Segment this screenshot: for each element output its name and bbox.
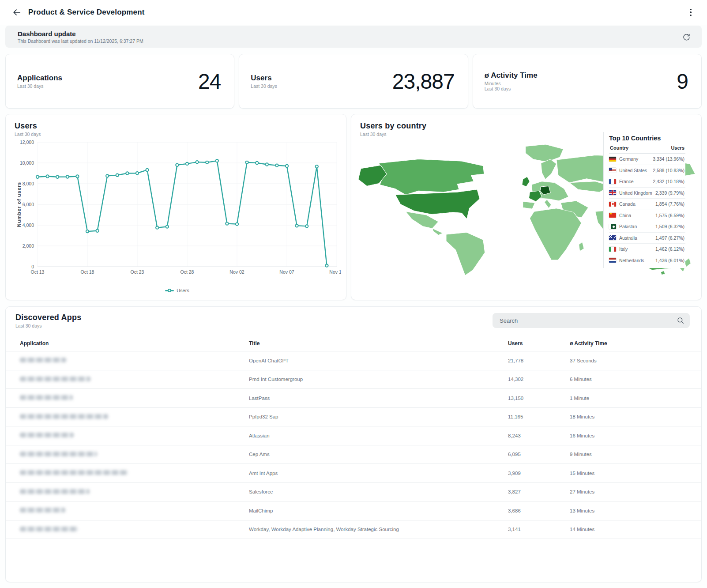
svg-text:Number of users: Number of users [16,182,22,227]
country-users: 1,436 (6.01%) [655,258,685,263]
kpi-sublabel: Minutes [485,81,538,86]
kpi-label: Users [251,74,277,83]
users-by-country-card: Users by country Last 30 days [351,114,702,300]
app-title: LastPass [249,396,508,401]
top-10-row-pk: Pakistan1,509 (6.32%) [609,221,685,233]
banner-subtitle: This Dashboard was last updated on 11/12… [18,38,143,44]
app-activity-time: 1 Minute [570,396,692,401]
legend-swatch-icon [165,290,174,291]
redacted-application-url [20,395,73,400]
country-name: Italy [619,246,628,252]
app-table-row[interactable]: MailChimp3,68613 Minutes [6,501,701,520]
map-italy [545,200,552,208]
country-users: 1,854 (7.76%) [655,201,685,207]
map-scandinavia [541,159,557,180]
map-united-kingdom [522,177,530,187]
map-new-zealand [685,258,691,267]
top-bar: Product & Service Development [0,0,707,25]
app-table-row[interactable]: Ppfpd32 Sap11,16518 Minutes [6,408,701,427]
country-name: Australia [619,235,637,241]
app-users: 3,909 [508,471,570,476]
country-users: 2,432 (10.18%) [653,179,685,184]
refresh-icon [682,33,691,41]
country-users: 1,509 (6.32%) [655,224,685,229]
top-10-row-ca: Canada1,854 (7.76%) [609,199,685,210]
app-activity-time: 13 Minutes [570,508,692,513]
app-activity-time: 18 Minutes [570,414,692,419]
kebab-dot [690,9,692,11]
redacted-application-url [20,358,66,362]
top-10-row-us: United States2,588 (10.83%) [609,165,685,177]
page-title: Product & Service Development [28,8,145,17]
svg-text:Oct 13: Oct 13 [31,269,45,275]
country-name: United Kingdom [619,190,652,196]
app-activity-time: 15 Minutes [570,471,692,476]
map-madagascar [579,242,584,251]
flag-china-icon [609,213,616,218]
app-table-row[interactable]: LastPass13,1501 Minute [6,389,701,408]
app-title: Amt Int Apps [249,471,508,476]
app-title: Salesforce [249,489,508,494]
app-table-row[interactable]: Atlassian8,24316 Minutes [6,426,701,445]
app-title: MailChimp [249,508,508,513]
search-input[interactable] [500,317,677,324]
users-line-chart: Oct 13Oct 18Oct 23Oct 28Nov 02Nov 07Nov … [15,137,341,285]
app-title: Workday, Workday Adaptive Planning, Work… [249,527,508,532]
column-application: Application [20,340,249,347]
kpi-sublabel: Last 30 days [17,83,62,89]
app-table-row[interactable]: Salesforce3,82727 Minutes [6,483,701,502]
country-users: 1,575 (6.59%) [655,213,685,218]
discovered-apps-card: Discovered Apps Last 30 days Application… [5,306,702,582]
svg-text:Oct 23: Oct 23 [131,269,144,275]
column-users: Users [671,145,684,151]
map-central-america [432,228,443,235]
kebab-menu-button[interactable] [684,6,697,19]
flag-united-states-icon [609,168,616,173]
redacted-application-url [20,452,97,456]
app-activity-time: 27 Minutes [570,489,692,494]
top-10-row-nl: Netherlands1,436 (6.01%) [609,255,685,267]
country-users: 3,334 (13.96%) [653,156,685,162]
legend-label: Users [177,288,189,293]
map-canada [379,159,484,195]
back-button[interactable] [10,5,24,19]
svg-text:4,000: 4,000 [23,222,34,228]
kpi-value: 24 [198,69,221,94]
svg-text:8,000: 8,000 [23,181,34,186]
app-table-row[interactable]: Amt Int Apps3,90915 Minutes [6,464,701,483]
country-name: Germany [619,156,638,162]
kpi-card-applications: Applications Last 30 days 24 [5,54,234,109]
redacted-application-url [20,508,65,513]
svg-text:10,000: 10,000 [20,160,34,166]
app-table-row[interactable]: Workday, Workday Adaptive Planning, Work… [6,520,701,539]
app-activity-time: 9 Minutes [570,452,692,457]
country-name: Canada [619,201,636,207]
top-10-title: Top 10 Countries [609,135,685,142]
app-activity-time: 14 Minutes [570,527,692,532]
country-name: Netherlands [619,258,644,263]
app-table-row[interactable]: Pmd Int Customergroup14,3026 Minutes [6,370,701,389]
country-name: Pakistan [619,224,637,229]
column-users: Users [508,340,570,347]
country-users: 1,462 (6.12%) [655,246,685,252]
country-users: 2,588 (10.83%) [653,168,685,173]
refresh-button[interactable] [679,29,694,44]
column-title: Title [249,340,508,347]
redacted-application-url [20,527,78,531]
flag-united-kingdom-icon [609,190,616,195]
map-spain [523,201,535,209]
app-users: 3,686 [508,508,570,513]
flag-australia-icon [609,235,616,240]
flag-france-icon [609,179,616,184]
column-country: Country [610,145,628,151]
search-icon [677,317,684,324]
kpi-label: Applications [17,74,62,83]
app-table-row[interactable]: Cep Ams6,0959 Minutes [6,445,701,464]
country-name: France [619,179,634,184]
app-title: OpenAI ChatGPT [249,358,508,363]
svg-text:0: 0 [31,264,34,269]
app-users: 8,243 [508,433,570,438]
app-table-row[interactable]: OpenAI ChatGPT21,77837 Seconds [6,351,701,370]
top-10-row-cn: China1,575 (6.59%) [609,210,685,222]
search-bar [493,313,690,328]
